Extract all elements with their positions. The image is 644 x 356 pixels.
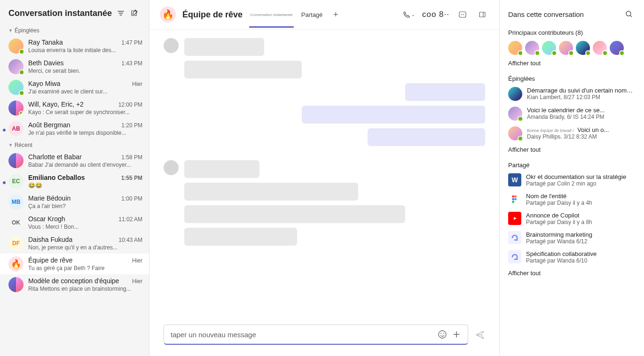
compose-area <box>149 319 499 356</box>
chevron-down-icon: ▼ <box>8 28 13 33</box>
chat-item[interactable]: MB Marie Bédouin1:00 PM Ça a l'air bien? <box>0 192 149 212</box>
chat-time: Hier <box>132 257 142 264</box>
shared-meta: Partagé par Wanda 6/10 <box>526 257 636 264</box>
shared-title: Nom de l'entité <box>526 193 636 200</box>
message-bubble[interactable] <box>184 205 405 223</box>
youtube-icon <box>508 212 521 225</box>
new-chat-icon[interactable] <box>127 7 141 20</box>
tab-chat[interactable]: Conversation instantanée <box>249 11 294 19</box>
shared-meta: Partagé par Colin 2 min ago <box>526 180 636 187</box>
shared-file[interactable]: Brainstorming marketing Partagé par Wand… <box>508 231 636 245</box>
chat-item[interactable]: OK Oscar Krogh11:02 AM Vous : Merci ! Bo… <box>0 212 149 233</box>
chat-item[interactable]: EC Emiliano Ceballos1:55 PM 😂😂 <box>0 171 149 192</box>
shared-meta: Partagé par Wanda 6/12 <box>526 238 636 245</box>
chat-item[interactable]: AB Août Bergman1:20 PM Je n'ai pas vérif… <box>0 118 149 139</box>
shared-title: Spécification collaborative <box>526 250 636 257</box>
svg-point-6 <box>440 333 441 334</box>
chat-time: 1:47 PM <box>121 39 142 46</box>
chat-item-active[interactable]: 🔥 Équipe de rêveHier Tu as géré ça par B… <box>0 254 149 274</box>
chat-preview: 😂😂 <box>28 182 142 189</box>
message-bubble-own[interactable] <box>405 83 485 101</box>
contributor-avatar[interactable] <box>542 41 556 55</box>
message-bubble[interactable] <box>184 228 297 246</box>
chat-item[interactable]: Charlotte et Babar1:58 PM Babar J'ai dem… <box>0 150 149 171</box>
shared-file[interactable]: Spécification collaborative Partagé par … <box>508 250 636 264</box>
chat-time: Hier <box>132 81 142 87</box>
sidebar-title: Conversation instantanée <box>8 8 114 18</box>
emoji-icon[interactable] <box>438 330 447 339</box>
chat-preview: Tu as géré ça par Beth ? Faire <box>28 265 142 271</box>
contributor-avatar[interactable] <box>559 41 573 55</box>
section-pinned[interactable]: ▼ Épinglées <box>0 24 149 36</box>
svg-point-10 <box>512 195 514 198</box>
show-all-shared[interactable]: Afficher tout <box>508 270 636 277</box>
call-icon[interactable]: ⌄ <box>402 8 416 21</box>
compose-box[interactable] <box>164 325 468 345</box>
show-all-pinned[interactable]: Afficher tout <box>508 146 636 153</box>
chat-item[interactable]: Ray Tanaka1:47 PM Louisa enverra la list… <box>0 36 149 56</box>
participant-count[interactable]: coo 8·· <box>422 10 449 19</box>
svg-rect-0 <box>459 12 466 17</box>
copilot-icon[interactable] <box>456 8 469 21</box>
shared-file[interactable]: Nom de l'entité Partagé par Daisy il y a… <box>508 193 636 206</box>
pinned-meta: Kian Lambert, 8/27 12:03 PM <box>527 94 636 101</box>
message-row <box>164 228 485 246</box>
message-bubble[interactable] <box>184 183 358 201</box>
contributor-avatar[interactable] <box>610 41 624 55</box>
show-all-contributors[interactable]: Afficher tout <box>508 60 636 67</box>
message-bubble-own[interactable] <box>302 106 485 124</box>
message-input[interactable] <box>171 331 433 339</box>
send-icon[interactable] <box>475 330 485 340</box>
chat-item[interactable]: Modèle de conception d'équipeHier Rita M… <box>0 274 149 295</box>
loop-icon <box>508 250 521 263</box>
contributor-avatar[interactable] <box>508 41 522 55</box>
chat-time: 1:58 PM <box>121 154 142 161</box>
search-icon[interactable] <box>622 8 636 21</box>
main-chat: 🔥 Équipe de rêve Conversation instantané… <box>149 0 499 356</box>
message-avatar <box>164 38 179 53</box>
message-bubble[interactable] <box>184 160 259 178</box>
chat-item[interactable]: Beth Davies1:43 PM Merci, ce serait bien… <box>0 56 149 77</box>
chat-preview: Non, je pense qu'il y en a d'autres... <box>28 244 142 251</box>
word-icon: W <box>508 173 521 186</box>
sidebar: Conversation instantanée ▼ Épinglées Ray… <box>0 0 149 356</box>
pinned-message[interactable]: Bonne équipe de travail ! Voici un o... … <box>508 126 636 140</box>
pinned-meta: Daisy Phillips. 3/12 8:32 AM <box>527 133 636 140</box>
figma-icon <box>508 193 521 206</box>
add-tab-icon[interactable]: + <box>330 9 341 20</box>
message-bubble[interactable] <box>184 61 302 78</box>
plus-icon[interactable] <box>452 330 461 339</box>
section-recent[interactable]: ▼ Récent <box>0 139 149 150</box>
pinned-message[interactable]: Démarrage du suivi d'un certain nombre .… <box>508 87 636 101</box>
filter-icon[interactable] <box>114 7 127 20</box>
contributor-avatar[interactable] <box>576 41 590 55</box>
avatar: MB <box>8 194 24 209</box>
shared-file[interactable]: W Okr et documentation sur la stratégie … <box>508 173 636 187</box>
svg-rect-3 <box>479 12 485 17</box>
avatar <box>508 87 522 101</box>
chat-item[interactable]: DF Daisha Fukuda10:43 AM Non, je pense q… <box>0 233 149 254</box>
presence-icon <box>19 49 24 54</box>
panel-toggle-icon[interactable] <box>476 8 489 21</box>
chat-item[interactable]: Kayo MiwaHier J'ai examiné avec le clien… <box>0 77 149 98</box>
shared-file[interactable]: Annonce de Copilot Partagé par Daisy il … <box>508 212 636 225</box>
message-bubble[interactable] <box>184 38 264 56</box>
contributor-avatar[interactable] <box>525 41 539 55</box>
right-panel-title: Dans cette conversation <box>508 10 584 18</box>
chat-item[interactable]: Will, Kayo, Eric, +212:00 PM Kayo : Ce s… <box>0 98 149 118</box>
tab-shared[interactable]: Partagé <box>300 9 324 20</box>
chat-preview: Kayo : Ce serait super de synchroniser..… <box>28 109 142 116</box>
chevron-down-icon: ▼ <box>8 143 13 147</box>
avatar <box>8 80 24 95</box>
avatar: DF <box>8 236 24 251</box>
message-bubble-own[interactable] <box>368 128 485 146</box>
shared-title: Okr et documentation sur la stratégie <box>526 173 636 180</box>
pinned-title: Voici le calendrier de ce se... <box>527 107 636 114</box>
chat-name: Oscar Krogh <box>28 215 65 223</box>
chat-name: Équipe de rêve <box>28 256 72 264</box>
chat-preview: Je n'ai pas vérifié le temps disponible.… <box>28 130 142 136</box>
message-row-own <box>164 106 485 124</box>
contributor-avatar[interactable] <box>593 41 607 55</box>
pinned-message[interactable]: Voici le calendrier de ce se... Amanda B… <box>508 107 636 121</box>
chat-name: Marie Bédouin <box>28 194 71 202</box>
